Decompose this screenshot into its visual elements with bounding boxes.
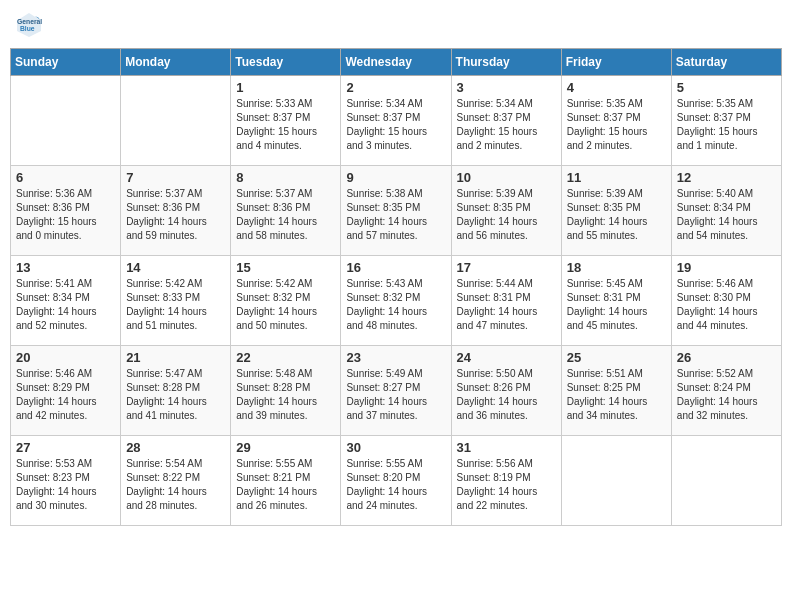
day-info: Sunrise: 5:37 AM Sunset: 8:36 PM Dayligh… bbox=[126, 187, 225, 243]
calendar-cell: 27Sunrise: 5:53 AM Sunset: 8:23 PM Dayli… bbox=[11, 436, 121, 526]
day-info: Sunrise: 5:54 AM Sunset: 8:22 PM Dayligh… bbox=[126, 457, 225, 513]
logo-icon: General Blue bbox=[14, 10, 44, 40]
day-number: 10 bbox=[457, 170, 556, 185]
calendar-cell: 1Sunrise: 5:33 AM Sunset: 8:37 PM Daylig… bbox=[231, 76, 341, 166]
day-info: Sunrise: 5:42 AM Sunset: 8:33 PM Dayligh… bbox=[126, 277, 225, 333]
calendar-cell: 26Sunrise: 5:52 AM Sunset: 8:24 PM Dayli… bbox=[671, 346, 781, 436]
day-info: Sunrise: 5:46 AM Sunset: 8:29 PM Dayligh… bbox=[16, 367, 115, 423]
day-number: 11 bbox=[567, 170, 666, 185]
weekday-header: Thursday bbox=[451, 49, 561, 76]
day-info: Sunrise: 5:43 AM Sunset: 8:32 PM Dayligh… bbox=[346, 277, 445, 333]
day-info: Sunrise: 5:45 AM Sunset: 8:31 PM Dayligh… bbox=[567, 277, 666, 333]
calendar-cell: 3Sunrise: 5:34 AM Sunset: 8:37 PM Daylig… bbox=[451, 76, 561, 166]
day-number: 30 bbox=[346, 440, 445, 455]
calendar-week-row: 27Sunrise: 5:53 AM Sunset: 8:23 PM Dayli… bbox=[11, 436, 782, 526]
day-number: 8 bbox=[236, 170, 335, 185]
calendar-cell: 14Sunrise: 5:42 AM Sunset: 8:33 PM Dayli… bbox=[121, 256, 231, 346]
calendar-cell: 23Sunrise: 5:49 AM Sunset: 8:27 PM Dayli… bbox=[341, 346, 451, 436]
day-info: Sunrise: 5:37 AM Sunset: 8:36 PM Dayligh… bbox=[236, 187, 335, 243]
calendar-cell: 17Sunrise: 5:44 AM Sunset: 8:31 PM Dayli… bbox=[451, 256, 561, 346]
weekday-header: Sunday bbox=[11, 49, 121, 76]
day-info: Sunrise: 5:34 AM Sunset: 8:37 PM Dayligh… bbox=[346, 97, 445, 153]
day-info: Sunrise: 5:34 AM Sunset: 8:37 PM Dayligh… bbox=[457, 97, 556, 153]
day-number: 4 bbox=[567, 80, 666, 95]
day-number: 26 bbox=[677, 350, 776, 365]
calendar-cell: 30Sunrise: 5:55 AM Sunset: 8:20 PM Dayli… bbox=[341, 436, 451, 526]
day-number: 29 bbox=[236, 440, 335, 455]
calendar-cell: 18Sunrise: 5:45 AM Sunset: 8:31 PM Dayli… bbox=[561, 256, 671, 346]
day-number: 17 bbox=[457, 260, 556, 275]
calendar-cell: 25Sunrise: 5:51 AM Sunset: 8:25 PM Dayli… bbox=[561, 346, 671, 436]
day-info: Sunrise: 5:42 AM Sunset: 8:32 PM Dayligh… bbox=[236, 277, 335, 333]
calendar-cell: 28Sunrise: 5:54 AM Sunset: 8:22 PM Dayli… bbox=[121, 436, 231, 526]
calendar-cell: 20Sunrise: 5:46 AM Sunset: 8:29 PM Dayli… bbox=[11, 346, 121, 436]
weekday-header: Friday bbox=[561, 49, 671, 76]
calendar-cell: 19Sunrise: 5:46 AM Sunset: 8:30 PM Dayli… bbox=[671, 256, 781, 346]
day-info: Sunrise: 5:39 AM Sunset: 8:35 PM Dayligh… bbox=[457, 187, 556, 243]
day-info: Sunrise: 5:56 AM Sunset: 8:19 PM Dayligh… bbox=[457, 457, 556, 513]
day-number: 20 bbox=[16, 350, 115, 365]
day-number: 14 bbox=[126, 260, 225, 275]
day-info: Sunrise: 5:50 AM Sunset: 8:26 PM Dayligh… bbox=[457, 367, 556, 423]
calendar-cell bbox=[11, 76, 121, 166]
day-number: 13 bbox=[16, 260, 115, 275]
day-info: Sunrise: 5:35 AM Sunset: 8:37 PM Dayligh… bbox=[567, 97, 666, 153]
page-header: General Blue bbox=[10, 10, 782, 40]
day-number: 3 bbox=[457, 80, 556, 95]
day-info: Sunrise: 5:52 AM Sunset: 8:24 PM Dayligh… bbox=[677, 367, 776, 423]
calendar-week-row: 20Sunrise: 5:46 AM Sunset: 8:29 PM Dayli… bbox=[11, 346, 782, 436]
day-info: Sunrise: 5:40 AM Sunset: 8:34 PM Dayligh… bbox=[677, 187, 776, 243]
day-info: Sunrise: 5:55 AM Sunset: 8:21 PM Dayligh… bbox=[236, 457, 335, 513]
day-number: 7 bbox=[126, 170, 225, 185]
day-info: Sunrise: 5:44 AM Sunset: 8:31 PM Dayligh… bbox=[457, 277, 556, 333]
calendar-cell: 9Sunrise: 5:38 AM Sunset: 8:35 PM Daylig… bbox=[341, 166, 451, 256]
calendar-header-row: SundayMondayTuesdayWednesdayThursdayFrid… bbox=[11, 49, 782, 76]
calendar-cell: 4Sunrise: 5:35 AM Sunset: 8:37 PM Daylig… bbox=[561, 76, 671, 166]
calendar-cell: 29Sunrise: 5:55 AM Sunset: 8:21 PM Dayli… bbox=[231, 436, 341, 526]
calendar-table: SundayMondayTuesdayWednesdayThursdayFrid… bbox=[10, 48, 782, 526]
weekday-header: Wednesday bbox=[341, 49, 451, 76]
logo: General Blue bbox=[14, 10, 48, 40]
calendar-cell: 7Sunrise: 5:37 AM Sunset: 8:36 PM Daylig… bbox=[121, 166, 231, 256]
day-info: Sunrise: 5:41 AM Sunset: 8:34 PM Dayligh… bbox=[16, 277, 115, 333]
calendar-cell: 24Sunrise: 5:50 AM Sunset: 8:26 PM Dayli… bbox=[451, 346, 561, 436]
weekday-header: Tuesday bbox=[231, 49, 341, 76]
day-number: 12 bbox=[677, 170, 776, 185]
day-number: 16 bbox=[346, 260, 445, 275]
calendar-cell: 13Sunrise: 5:41 AM Sunset: 8:34 PM Dayli… bbox=[11, 256, 121, 346]
day-info: Sunrise: 5:39 AM Sunset: 8:35 PM Dayligh… bbox=[567, 187, 666, 243]
svg-text:Blue: Blue bbox=[20, 25, 35, 32]
calendar-cell bbox=[671, 436, 781, 526]
calendar-week-row: 1Sunrise: 5:33 AM Sunset: 8:37 PM Daylig… bbox=[11, 76, 782, 166]
calendar-cell: 16Sunrise: 5:43 AM Sunset: 8:32 PM Dayli… bbox=[341, 256, 451, 346]
day-number: 28 bbox=[126, 440, 225, 455]
day-number: 5 bbox=[677, 80, 776, 95]
day-info: Sunrise: 5:53 AM Sunset: 8:23 PM Dayligh… bbox=[16, 457, 115, 513]
day-number: 19 bbox=[677, 260, 776, 275]
calendar-cell: 31Sunrise: 5:56 AM Sunset: 8:19 PM Dayli… bbox=[451, 436, 561, 526]
calendar-cell: 2Sunrise: 5:34 AM Sunset: 8:37 PM Daylig… bbox=[341, 76, 451, 166]
day-info: Sunrise: 5:47 AM Sunset: 8:28 PM Dayligh… bbox=[126, 367, 225, 423]
calendar-cell bbox=[561, 436, 671, 526]
weekday-header: Saturday bbox=[671, 49, 781, 76]
day-info: Sunrise: 5:36 AM Sunset: 8:36 PM Dayligh… bbox=[16, 187, 115, 243]
day-number: 6 bbox=[16, 170, 115, 185]
day-number: 9 bbox=[346, 170, 445, 185]
calendar-week-row: 13Sunrise: 5:41 AM Sunset: 8:34 PM Dayli… bbox=[11, 256, 782, 346]
calendar-cell: 6Sunrise: 5:36 AM Sunset: 8:36 PM Daylig… bbox=[11, 166, 121, 256]
day-number: 22 bbox=[236, 350, 335, 365]
day-info: Sunrise: 5:49 AM Sunset: 8:27 PM Dayligh… bbox=[346, 367, 445, 423]
calendar-cell: 10Sunrise: 5:39 AM Sunset: 8:35 PM Dayli… bbox=[451, 166, 561, 256]
calendar-body: 1Sunrise: 5:33 AM Sunset: 8:37 PM Daylig… bbox=[11, 76, 782, 526]
day-number: 24 bbox=[457, 350, 556, 365]
day-number: 23 bbox=[346, 350, 445, 365]
calendar-week-row: 6Sunrise: 5:36 AM Sunset: 8:36 PM Daylig… bbox=[11, 166, 782, 256]
calendar-cell: 11Sunrise: 5:39 AM Sunset: 8:35 PM Dayli… bbox=[561, 166, 671, 256]
day-info: Sunrise: 5:38 AM Sunset: 8:35 PM Dayligh… bbox=[346, 187, 445, 243]
day-info: Sunrise: 5:51 AM Sunset: 8:25 PM Dayligh… bbox=[567, 367, 666, 423]
calendar-cell: 21Sunrise: 5:47 AM Sunset: 8:28 PM Dayli… bbox=[121, 346, 231, 436]
calendar-cell: 8Sunrise: 5:37 AM Sunset: 8:36 PM Daylig… bbox=[231, 166, 341, 256]
calendar-cell: 12Sunrise: 5:40 AM Sunset: 8:34 PM Dayli… bbox=[671, 166, 781, 256]
day-info: Sunrise: 5:33 AM Sunset: 8:37 PM Dayligh… bbox=[236, 97, 335, 153]
calendar-cell: 5Sunrise: 5:35 AM Sunset: 8:37 PM Daylig… bbox=[671, 76, 781, 166]
